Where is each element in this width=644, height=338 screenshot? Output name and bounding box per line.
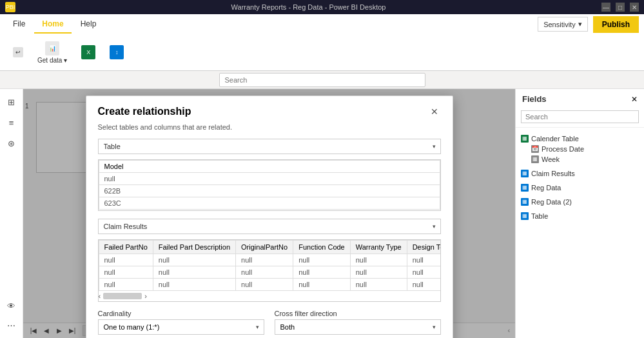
table-select-2[interactable]: Claim Results Table Reg Data Reg Data (2… xyxy=(98,219,441,234)
cardinality-select-wrapper: One to many (1:*) Many to one (*:1) One … xyxy=(98,319,264,335)
cross-filter-select[interactable]: Both Single xyxy=(275,319,441,335)
table-row[interactable]: null null null null null null n xyxy=(99,266,441,279)
ribbon-right: Sensitivity ▾ Publish xyxy=(538,16,639,33)
scroll-right-arrow[interactable]: › xyxy=(144,292,147,300)
calender-table-header[interactable]: ▦ Calender Table xyxy=(521,134,639,144)
field-group-claim: ▦ Claim Results xyxy=(516,166,644,181)
dataflows-icon: ↕ xyxy=(110,45,124,59)
process-date-icon: 📅 xyxy=(531,145,539,153)
table-icon: ▦ xyxy=(521,212,529,220)
table-select-1[interactable]: Table Claim Results Reg Data Reg Data (2… xyxy=(98,139,441,154)
title-bar-title: Warranty Reports - Reg Data - Power BI D… xyxy=(15,3,601,11)
reg-data-2-header[interactable]: ▦ Reg Data (2) xyxy=(521,197,639,207)
col-failed-partno: Failed PartNo xyxy=(99,241,153,254)
week-label: Week xyxy=(542,155,560,163)
field-group-reg: ▦ Reg Data xyxy=(516,181,644,195)
field-item-week[interactable]: ▦ Week xyxy=(521,154,639,164)
sidebar-icon-data[interactable]: ≡ xyxy=(4,115,19,130)
sidebar-icon-model[interactable]: ⊛ xyxy=(4,135,19,151)
col-warranty-type: Warranty Type xyxy=(350,241,407,254)
field-group-table: ▦ Table xyxy=(516,209,644,223)
left-sidebar: ⊞ ≡ ⊛ 👁 ⋯ xyxy=(0,89,23,338)
tab-help[interactable]: Help xyxy=(73,15,104,34)
col-function-code: Function Code xyxy=(293,241,351,254)
fields-panel-title: Fields xyxy=(522,94,547,104)
undo-button[interactable]: ↩ xyxy=(8,45,28,60)
cardinality-select[interactable]: One to many (1:*) Many to one (*:1) One … xyxy=(98,319,264,335)
table-selector-1: Table Claim Results Reg Data Reg Data (2… xyxy=(98,139,441,154)
dialog-subtitle: Select tables and columns that are relat… xyxy=(86,123,453,139)
table-row[interactable]: null null null null null null n xyxy=(99,279,441,291)
sidebar-icon-report[interactable]: ⊞ xyxy=(4,94,19,110)
maximize-button[interactable]: □ xyxy=(616,3,625,12)
search-bar-row xyxy=(0,71,644,89)
dialog-header: Create relationship ✕ xyxy=(86,96,453,123)
right-panel: Fields ✕ ▦ Calender Table 📅 Process Date… xyxy=(515,89,644,338)
reg-data-2-label: Reg Data (2) xyxy=(531,198,572,206)
sidebar-icon-more[interactable]: ⋯ xyxy=(4,317,19,333)
publish-button[interactable]: Publish xyxy=(593,16,639,33)
fields-search-input[interactable] xyxy=(521,110,639,123)
sensitivity-label: Sensitivity xyxy=(543,21,576,28)
sensitivity-button[interactable]: Sensitivity ▾ xyxy=(538,17,588,32)
table-row[interactable]: 623C xyxy=(99,197,440,210)
dataflows-button[interactable]: ↕ xyxy=(104,43,129,62)
claim-results-icon: ▦ xyxy=(521,170,529,177)
reg-data-label: Reg Data xyxy=(531,184,561,192)
table-row[interactable]: null null null null null null n xyxy=(99,254,441,266)
ribbon: File Home Help Sensitivity ▾ Publish ↩ 📊… xyxy=(0,14,644,71)
top-table-header-model: Model xyxy=(99,161,440,173)
calender-table-icon: ▦ xyxy=(521,135,529,143)
dialog-close-button[interactable]: ✕ xyxy=(428,105,441,118)
table-header[interactable]: ▦ Table xyxy=(521,211,639,221)
dialog-body: Table Claim Results Reg Data Reg Data (2… xyxy=(86,139,453,338)
field-group-calender: ▦ Calender Table 📅 Process Date ▦ Week xyxy=(516,132,644,166)
reg-data-icon: ▦ xyxy=(521,184,529,192)
main-layout: ⊞ ≡ ⊛ 👁 ⋯ 1 ↔ Create relationship ✕ Sele… xyxy=(0,89,644,338)
table-selector-2: Claim Results Table Reg Data Reg Data (2… xyxy=(98,219,441,234)
cardinality-group: Cardinality One to many (1:*) Many to on… xyxy=(98,310,264,335)
app-icon: PBI xyxy=(5,2,15,12)
field-group-reg2: ▦ Reg Data (2) xyxy=(516,195,644,209)
undo-icon: ↩ xyxy=(13,47,23,57)
col-design-team: Design Team xyxy=(407,241,440,254)
minimize-button[interactable]: — xyxy=(601,3,610,12)
field-tree: ▦ Calender Table 📅 Process Date ▦ Week ▦… xyxy=(516,128,644,338)
field-item-process-date[interactable]: 📅 Process Date xyxy=(521,144,639,154)
cross-filter-label: Cross filter direction xyxy=(275,310,441,317)
get-data-icon: 📊 xyxy=(45,41,59,55)
title-bar-left: PBI xyxy=(5,2,15,12)
col-original-partno: OriginalPartNo xyxy=(236,241,293,254)
get-data-label: Get data ▾ xyxy=(37,57,67,64)
excel-button[interactable]: X xyxy=(76,43,101,62)
close-right-panel[interactable]: ✕ xyxy=(631,95,638,104)
dialog-title: Create relationship xyxy=(98,106,191,117)
claim-results-header[interactable]: ▦ Claim Results xyxy=(521,168,639,179)
table-label: Table xyxy=(531,212,548,220)
week-icon: ▦ xyxy=(531,155,539,163)
ribbon-group-main: ↩ 📊 Get data ▾ X ↕ xyxy=(8,39,129,66)
table-row[interactable]: null xyxy=(99,173,440,185)
fields-search-area xyxy=(516,106,644,128)
title-bar-controls: — □ ✕ xyxy=(601,3,639,12)
bottom-table-grid: Failed PartNo Failed Part Description Or… xyxy=(98,239,441,302)
reg-data-header[interactable]: ▦ Reg Data xyxy=(521,183,639,193)
search-input[interactable] xyxy=(219,73,425,87)
close-button[interactable]: ✕ xyxy=(630,3,639,12)
create-relationship-dialog: Create relationship ✕ Select tables and … xyxy=(86,95,453,338)
tab-file[interactable]: File xyxy=(5,15,33,34)
cross-filter-group: Cross filter direction Both Single ▾ xyxy=(275,310,441,335)
get-data-button[interactable]: 📊 Get data ▾ xyxy=(32,39,72,66)
table-row[interactable]: 622B xyxy=(99,185,440,197)
process-date-label: Process Date xyxy=(542,145,584,153)
col-failed-part-desc: Failed Part Description xyxy=(153,241,235,254)
cardinality-label: Cardinality xyxy=(98,310,264,317)
reg-data-2-icon: ▦ xyxy=(521,198,529,206)
grid-scrollbar[interactable]: ‹ › xyxy=(99,291,440,301)
tab-home[interactable]: Home xyxy=(34,15,71,34)
scroll-thumb[interactable] xyxy=(103,293,142,299)
scroll-left-arrow[interactable]: ‹ xyxy=(99,292,101,300)
sidebar-icon-eye[interactable]: 👁 xyxy=(4,298,19,313)
title-bar: PBI Warranty Reports - Reg Data - Power … xyxy=(0,0,644,14)
claim-results-label: Claim Results xyxy=(531,170,575,177)
